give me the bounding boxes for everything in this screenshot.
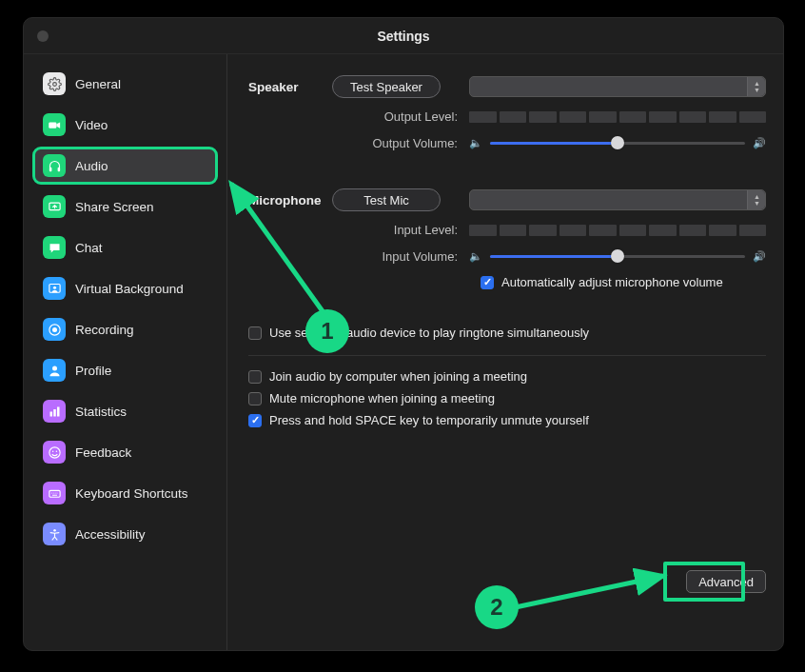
svg-line-23 — [511, 576, 663, 608]
window-body: GeneralVideoAudioShare ScreenChatVirtual… — [24, 54, 783, 650]
sidebar-item-statistics[interactable]: Statistics — [35, 395, 215, 427]
svg-rect-21 — [52, 494, 57, 495]
volume-high-icon: 🔊 — [753, 137, 766, 149]
headphones-icon — [43, 154, 66, 177]
speaker-section-label: Speaker — [248, 80, 332, 94]
sidebar-item-chat[interactable]: Chat — [35, 231, 215, 264]
svg-rect-2 — [49, 167, 51, 170]
mute-mic-checkbox[interactable] — [248, 392, 262, 405]
svg-point-13 — [49, 446, 59, 457]
output-level-label: Output Level: — [248, 109, 469, 124]
output-volume-slider[interactable] — [490, 135, 745, 150]
svg-point-22 — [53, 528, 56, 531]
mute-mic-label: Mute microphone when joining a meeting — [269, 391, 495, 405]
traffic-light-close[interactable] — [37, 30, 49, 42]
svg-rect-3 — [57, 167, 60, 170]
sidebar-item-recording[interactable]: Recording — [35, 313, 215, 346]
svg-rect-11 — [53, 409, 56, 417]
svg-point-0 — [52, 82, 56, 86]
sidebar-item-label: Audio — [75, 159, 108, 173]
sidebar-item-label: Accessibility — [75, 527, 146, 542]
speaker-device-select[interactable]: ▲▼ — [469, 76, 766, 97]
sidebar-item-label: Virtual Background — [75, 282, 184, 296]
share-screen-icon — [43, 195, 66, 218]
svg-point-8 — [52, 327, 57, 332]
separate-audio-device-label: Use separate audio device to play ringto… — [269, 326, 589, 340]
svg-point-9 — [52, 366, 57, 370]
chevron-updown-icon: ▲▼ — [754, 193, 760, 207]
sidebar-item-label: Profile — [75, 364, 111, 378]
output-level-meter — [469, 111, 766, 123]
sidebar-item-label: General — [75, 77, 121, 91]
volume-low-icon: 🔈 — [469, 137, 482, 149]
input-level-label: Input Level: — [248, 223, 469, 237]
space-unmute-label: Press and hold SPACE key to temporarily … — [269, 413, 589, 427]
test-mic-button[interactable]: Test Mic — [332, 188, 441, 211]
svg-rect-10 — [49, 411, 52, 416]
settings-window: Settings GeneralVideoAudioShare ScreenCh… — [23, 17, 784, 651]
annotation-step-2: 2 — [475, 585, 519, 629]
sidebar-item-video[interactable]: Video — [35, 109, 215, 141]
chevron-updown-icon: ▲▼ — [754, 80, 760, 93]
volume-low-icon: 🔈 — [469, 250, 482, 263]
separate-audio-device-checkbox[interactable] — [248, 326, 262, 340]
chat-bubble-icon — [43, 236, 66, 259]
test-speaker-button[interactable]: Test Speaker — [332, 75, 441, 98]
sidebar-item-label: Keyboard Shortcuts — [75, 486, 188, 501]
advanced-button[interactable]: Advanced — [686, 570, 766, 593]
input-volume-label: Input Volume: — [248, 249, 469, 264]
svg-point-18 — [52, 492, 53, 493]
sidebar-item-label: Recording — [75, 323, 134, 337]
svg-rect-16 — [49, 490, 59, 497]
profile-icon — [43, 359, 66, 382]
svg-rect-12 — [57, 406, 60, 416]
sidebar-item-general[interactable]: General — [35, 68, 215, 100]
annotation-arrow-2 — [503, 568, 673, 616]
microphone-device-select[interactable]: ▲▼ — [469, 189, 766, 210]
sidebar-item-label: Chat — [75, 241, 103, 255]
output-volume-label: Output Volume: — [248, 136, 469, 150]
microphone-section-label: Microphone — [248, 193, 332, 208]
svg-rect-1 — [49, 122, 56, 128]
section-divider — [248, 355, 766, 356]
accessibility-icon — [43, 523, 66, 545]
window-title: Settings — [24, 29, 783, 44]
svg-point-15 — [55, 450, 57, 452]
join-audio-label: Join audio by computer when joining a me… — [269, 369, 527, 384]
video-camera-icon — [43, 113, 66, 136]
virtual-bg-icon — [43, 277, 66, 300]
sidebar-item-share-screen[interactable]: Share Screen — [35, 190, 215, 223]
input-volume-slider[interactable] — [490, 248, 745, 264]
sidebar-item-label: Video — [75, 118, 108, 132]
sidebar-item-label: Feedback — [75, 445, 131, 460]
svg-point-14 — [51, 450, 53, 452]
svg-point-19 — [54, 492, 55, 493]
svg-point-17 — [50, 492, 51, 493]
sidebar-item-feedback[interactable]: Feedback — [35, 436, 215, 468]
record-icon — [43, 318, 66, 341]
sidebar-item-label: Share Screen — [75, 200, 154, 214]
gear-icon — [43, 72, 66, 95]
titlebar: Settings — [24, 18, 783, 54]
sidebar-item-label: Statistics — [75, 405, 127, 419]
auto-adjust-mic-checkbox[interactable] — [481, 276, 494, 289]
sidebar-item-keyboard-shortcuts[interactable]: Keyboard Shortcuts — [35, 477, 215, 509]
sidebar: GeneralVideoAudioShare ScreenChatVirtual… — [24, 54, 227, 650]
join-audio-checkbox[interactable] — [248, 370, 262, 384]
bar-chart-icon — [43, 400, 66, 423]
input-level-meter — [469, 225, 766, 236]
volume-high-icon: 🔊 — [753, 250, 766, 263]
sidebar-item-audio[interactable]: Audio — [35, 149, 215, 182]
auto-adjust-mic-label: Automatically adjust microphone volume — [501, 275, 723, 289]
svg-point-6 — [52, 286, 55, 288]
svg-point-20 — [56, 492, 57, 493]
keyboard-icon — [43, 482, 66, 504]
space-unmute-checkbox[interactable] — [248, 414, 262, 427]
sidebar-item-virtual-background[interactable]: Virtual Background — [35, 272, 215, 305]
smiley-icon — [43, 441, 66, 464]
sidebar-item-accessibility[interactable]: Accessibility — [35, 518, 215, 550]
sidebar-item-profile[interactable]: Profile — [35, 354, 215, 386]
audio-settings-pane: Speaker Test Speaker ▲▼ Output Level: Ou… — [227, 54, 783, 650]
